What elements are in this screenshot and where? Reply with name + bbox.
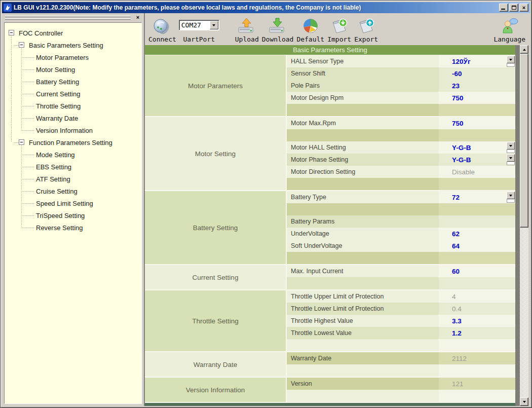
parameter-row: Warranty Date2112 <box>287 352 515 364</box>
vertical-scrollbar[interactable] <box>520 45 528 406</box>
parameter-value[interactable]: 60 <box>439 265 515 277</box>
parameter-row: Throttle Lowest Value1.2 <box>287 327 515 339</box>
parameter-value[interactable]: 64 <box>439 240 515 252</box>
tree-item-atf-setting[interactable]: ATF Setting <box>5 173 141 185</box>
connect-button[interactable]: Connect <box>147 14 178 44</box>
export-button[interactable]: Export <box>353 14 379 44</box>
tree-item-label[interactable]: Version Information <box>36 127 93 134</box>
navigation-panel: × FOC ControllerBasic Parameters Setting… <box>2 13 145 406</box>
value-dropdown <box>507 56 515 67</box>
spacer-cell <box>287 252 439 264</box>
tree-item-label[interactable]: Warranty Date <box>36 115 78 122</box>
tree-item-label[interactable]: Speed Limit Setting <box>36 200 93 207</box>
import-button[interactable]: Import <box>326 14 353 44</box>
tree-collapse-toggle-icon[interactable] <box>9 30 14 35</box>
tree-item-speed-limit-setting[interactable]: Speed Limit Setting <box>5 197 141 209</box>
chevron-down-icon[interactable] <box>507 142 515 150</box>
content-area: Basic Parameters Setting Motor Parameter… <box>145 45 530 406</box>
parameter-value[interactable]: Disable <box>439 166 515 178</box>
parameters-table: Basic Parameters Setting Motor Parameter… <box>145 45 515 406</box>
tree-item-label[interactable]: Motor Setting <box>36 66 75 73</box>
chevron-down-icon[interactable] <box>210 21 218 29</box>
scrollbar-thumb[interactable] <box>520 54 528 228</box>
upload-button[interactable]: Upload <box>234 14 260 44</box>
tree-item-label[interactable]: Battery Setting <box>36 78 79 86</box>
tree-item-cruise-setting[interactable]: Cruise Setting <box>5 185 141 197</box>
parameter-value[interactable]: 121 <box>439 378 515 390</box>
tree-item-battery-setting[interactable]: Battery Setting <box>5 76 141 88</box>
uart-port-select[interactable]: COM27 <box>179 20 219 30</box>
tree-item-reverse-setting[interactable]: Reverse Setting <box>5 221 141 234</box>
tree-item-label[interactable]: TriSpeed Setting <box>36 212 85 219</box>
tree-item-label[interactable]: Throttle Setting <box>36 102 81 110</box>
tree-item-ebs-setting[interactable]: EBS Setting <box>5 161 141 173</box>
tree-item-basic-parameters-setting[interactable]: Basic Parameters Setting <box>5 39 141 51</box>
parameter-value[interactable]: Y-G-B <box>439 141 515 154</box>
chevron-down-icon[interactable] <box>507 56 515 63</box>
scroll-up-button[interactable] <box>520 45 528 54</box>
parameter-value[interactable]: 4 <box>439 290 515 303</box>
parameter-name: Sensor Shift <box>287 67 439 80</box>
tree-item-function-parameters-setting[interactable]: Function Parameters Setting <box>5 136 141 149</box>
parameter-name: Throttle Lowest Value <box>287 327 439 339</box>
tree-item-foc-controller[interactable]: FOC Controller <box>5 27 141 39</box>
tree-item-trispeed-setting[interactable]: TriSpeed Setting <box>5 209 141 221</box>
dropdown-edit-area <box>507 63 515 67</box>
parameter-value[interactable]: 120Ўг <box>439 55 515 67</box>
tree-item-label[interactable]: Motor Parameters <box>36 54 89 61</box>
parameter-value[interactable]: 750 <box>439 117 515 129</box>
parameter-value[interactable]: 23 <box>439 80 515 92</box>
tree-item-current-setting[interactable]: Current Setting <box>5 88 141 100</box>
minus-glyph <box>20 45 23 45</box>
export-icon <box>356 16 376 35</box>
parameter-value[interactable] <box>439 215 515 228</box>
scroll-down-button[interactable] <box>520 397 528 406</box>
language-button[interactable]: Language <box>492 14 527 44</box>
parameter-value[interactable]: 72 <box>439 191 515 203</box>
close-button[interactable]: × <box>519 4 528 12</box>
spacer-value <box>439 364 515 377</box>
triangle-down-glyph <box>509 145 512 147</box>
tree-item-label[interactable]: Basic Parameters Setting <box>29 42 103 49</box>
parameter-value[interactable]: 1.2 <box>439 327 515 339</box>
download-button[interactable]: Download <box>260 14 295 44</box>
tree-item-label[interactable]: Cruise Setting <box>36 188 78 195</box>
download-icon <box>267 16 288 35</box>
chevron-down-icon[interactable] <box>507 154 515 162</box>
spacer-value <box>439 104 515 116</box>
chevron-down-icon[interactable] <box>507 192 515 199</box>
table-right-gap <box>515 45 520 406</box>
tree-item-motor-setting[interactable]: Motor Setting <box>5 63 141 76</box>
parameter-value[interactable]: 62 <box>439 228 515 240</box>
minimize-button[interactable] <box>499 4 508 12</box>
tree-item-label[interactable]: Reverse Setting <box>36 224 83 232</box>
tree-item-label[interactable]: FOC Controller <box>19 29 63 37</box>
tree-item-motor-parameters[interactable]: Motor Parameters <box>5 51 141 63</box>
spacer-value <box>439 252 515 264</box>
tree-item-label[interactable]: Function Parameters Setting <box>29 139 112 146</box>
tree-item-label[interactable]: Current Setting <box>36 90 80 98</box>
tree-item-label[interactable]: EBS Setting <box>36 163 71 171</box>
maximize-button[interactable] <box>509 4 518 12</box>
parameter-value[interactable]: 2112 <box>439 352 515 364</box>
parameter-value[interactable]: 3.3 <box>439 315 515 327</box>
panel-close-button[interactable]: × <box>134 14 142 21</box>
tree-collapse-toggle-icon[interactable] <box>19 139 24 145</box>
close-icon: × <box>522 5 525 11</box>
panel-grip-handle[interactable] <box>5 16 131 20</box>
tree-item-label[interactable]: Mode Setting <box>36 151 75 159</box>
parameter-value[interactable]: 0.4 <box>439 303 515 315</box>
parameter-value[interactable]: -60 <box>439 67 515 80</box>
parameter-value[interactable]: Y-G-B <box>439 154 515 166</box>
tree-item-warranty-date[interactable]: Warranty Date <box>5 112 141 124</box>
tree-item-label[interactable]: ATF Setting <box>36 175 70 183</box>
parameter-group-current-setting: Current SettingMax. Input Current60 <box>145 265 515 290</box>
default-button[interactable]: Default <box>295 14 326 44</box>
parameter-value[interactable]: 750 <box>439 92 515 104</box>
spacer-cell <box>287 178 439 190</box>
tree-collapse-toggle-icon[interactable] <box>19 42 24 48</box>
tree-item-mode-setting[interactable]: Mode Setting <box>5 149 141 161</box>
spacer-value <box>439 203 515 215</box>
tree-item-version-information[interactable]: Version Information <box>5 124 141 136</box>
tree-item-throttle-setting[interactable]: Throttle Setting <box>5 100 141 112</box>
